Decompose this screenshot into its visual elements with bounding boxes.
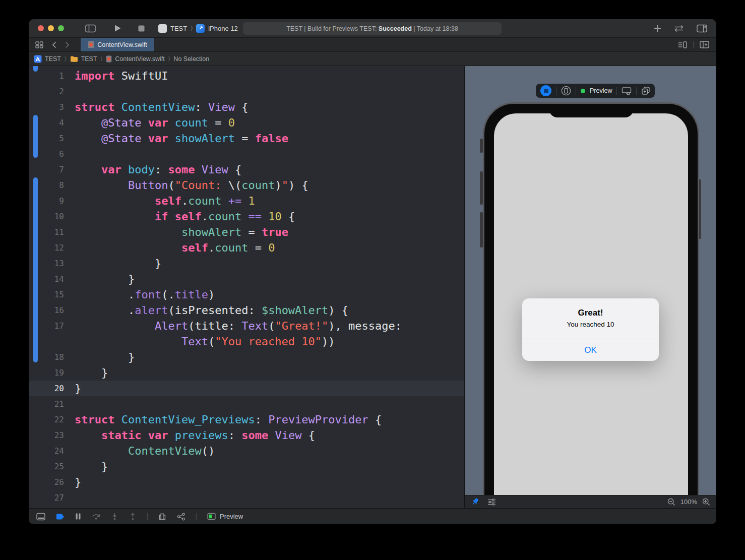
step-into-icon[interactable] — [111, 513, 118, 520]
debug-process-preview[interactable]: Preview — [207, 513, 243, 520]
code-line[interactable]: 17 Alert(title: Text("Great!"), message: — [29, 318, 464, 334]
zoom-out-icon[interactable] — [667, 498, 675, 506]
tab-label: ContentView.swift — [97, 41, 147, 48]
breadcrumb-separator: 〉 — [168, 55, 171, 62]
code-line[interactable]: 14 } — [29, 271, 464, 287]
swift-file-icon — [88, 41, 94, 48]
hide-debug-area-icon[interactable] — [36, 513, 45, 521]
status-result: Succeeded — [379, 25, 412, 32]
close-window-button[interactable] — [38, 25, 44, 31]
code-line[interactable]: 2 — [29, 84, 464, 99]
preview-canvas: Preview — [465, 66, 716, 508]
preview-toolbar: Preview — [536, 84, 655, 98]
scheme-device-label: iPhone 12 — [208, 25, 238, 32]
code-line[interactable]: 27 — [29, 490, 464, 506]
toggle-navigator-icon[interactable] — [85, 24, 96, 33]
code-line[interactable]: 26} — [29, 474, 464, 490]
code-line[interactable]: 16 .alert(isPresented: $showAlert) { — [29, 302, 464, 318]
go-forward-icon[interactable] — [65, 41, 70, 48]
add-library-icon[interactable] — [654, 25, 661, 32]
code-line[interactable]: 6 — [29, 146, 464, 162]
desktop: TEST 〉 iPhone 12 TEST | Build for Previe… — [0, 0, 745, 560]
breakpoints-toggle-icon[interactable] — [56, 513, 65, 520]
scheme-target-label: TEST — [170, 25, 187, 32]
preview-device-settings-icon[interactable] — [622, 87, 632, 95]
xcode-window: TEST 〉 iPhone 12 TEST | Build for Previe… — [29, 19, 716, 524]
status-prefix: TEST | Build for Previews TEST: — [286, 25, 379, 32]
code-line[interactable]: 19 } — [29, 365, 464, 381]
breadcrumb-project[interactable]: TEST — [45, 55, 61, 63]
alert-message: You reached 10 — [522, 321, 659, 328]
preview-process-icon — [207, 513, 216, 520]
simulator-icon — [196, 24, 205, 33]
zoom-window-button[interactable] — [58, 25, 64, 31]
breadcrumb-selection[interactable]: No Selection — [173, 55, 209, 63]
duplicate-preview-icon[interactable] — [641, 86, 650, 95]
code-line[interactable]: 21 — [29, 396, 464, 412]
preview-on-device-icon[interactable] — [561, 86, 571, 96]
preview-adjustments-icon[interactable] — [487, 499, 496, 506]
stop-button[interactable] — [138, 25, 145, 32]
folder-icon — [70, 55, 78, 63]
project-icon — [34, 55, 42, 63]
code-line[interactable]: 25 } — [29, 459, 464, 474]
memory-graph-icon[interactable] — [177, 513, 185, 521]
related-items-icon[interactable] — [35, 41, 43, 48]
live-preview-button[interactable] — [540, 85, 551, 96]
alert-title: Great! — [522, 298, 659, 318]
tab-bar: ContentView.swift — [29, 38, 716, 52]
code-line[interactable]: 20} — [29, 381, 464, 396]
tab-contentview-swift[interactable]: ContentView.swift — [81, 38, 154, 51]
view-hierarchy-icon[interactable] — [158, 513, 166, 521]
run-button[interactable] — [114, 24, 121, 32]
code-line[interactable]: 5 @State var showAlert = false — [29, 131, 464, 146]
code-line[interactable]: 24 ContentView() — [29, 443, 464, 459]
pin-preview-icon[interactable] — [471, 497, 479, 506]
activity-status: TEST | Build for Previews TEST: Succeede… — [243, 22, 502, 35]
code-line[interactable]: Text("You reached 10")) — [29, 334, 464, 349]
canvas-area[interactable]: Preview — [465, 66, 716, 495]
code-line[interactable]: 22struct ContentView_Previews: PreviewPr… — [29, 412, 464, 427]
code-line[interactable]: 13 } — [29, 256, 464, 271]
jump-bar[interactable]: TEST 〉 TEST 〉 ContentView.swift 〉 No Sel… — [29, 52, 716, 66]
zoom-level[interactable]: 100% — [680, 498, 697, 506]
alert-ok-button[interactable]: OK — [522, 339, 659, 361]
code-line[interactable]: 9 self.count += 1 — [29, 193, 464, 209]
status-time: | Today at 18:38 — [412, 25, 458, 32]
code-line[interactable]: 1import SwiftUI — [29, 68, 464, 84]
preview-toolbar-label: Preview — [590, 87, 612, 94]
add-editor-icon[interactable] — [700, 41, 709, 48]
pause-execution-icon[interactable] — [75, 513, 81, 520]
toggle-inspector-icon[interactable] — [697, 24, 707, 33]
code-lines: 1import SwiftUI23struct ContentView: Vie… — [29, 68, 464, 506]
editor-options-icon[interactable] — [678, 41, 687, 48]
code-line[interactable]: 23 static var previews: some View { — [29, 427, 464, 443]
step-out-icon[interactable] — [129, 513, 137, 520]
code-line[interactable]: 3struct ContentView: View { — [29, 99, 464, 115]
breadcrumb-file[interactable]: ContentView.swift — [115, 55, 164, 63]
code-line[interactable]: 15 .font(.title) — [29, 287, 464, 302]
code-line[interactable]: 12 self.count = 0 — [29, 240, 464, 256]
go-back-icon[interactable] — [52, 41, 56, 48]
step-over-icon[interactable] — [92, 513, 100, 520]
source-editor[interactable]: 1import SwiftUI23struct ContentView: Vie… — [29, 66, 464, 508]
zoom-in-icon[interactable] — [702, 498, 710, 506]
code-line[interactable]: 4 @State var count = 0 — [29, 115, 464, 131]
scheme-selector[interactable]: TEST 〉 iPhone 12 — [158, 24, 238, 33]
toolbar: TEST 〉 iPhone 12 TEST | Build for Previe… — [29, 19, 716, 38]
code-line[interactable]: 11 showAlert = true — [29, 224, 464, 240]
breadcrumb-separator: 〉 — [64, 55, 67, 62]
code-line[interactable]: 8 Button("Count: \(count)") { — [29, 177, 464, 193]
code-line[interactable]: 18 } — [29, 349, 464, 365]
preview-status-dot — [581, 89, 585, 93]
iphone-notch — [549, 104, 634, 117]
scheme-chevron: 〉 — [191, 25, 193, 32]
code-line[interactable]: 7 var body: some View { — [29, 162, 464, 177]
swift-file-icon — [106, 55, 112, 63]
preview-bottom-bar: 100% — [465, 495, 716, 508]
code-line[interactable]: 10 if self.count == 10 { — [29, 209, 464, 224]
app-icon — [158, 24, 167, 33]
minimize-window-button[interactable] — [48, 25, 54, 31]
code-review-icon[interactable] — [673, 25, 685, 32]
breadcrumb-group[interactable]: TEST — [81, 55, 97, 63]
